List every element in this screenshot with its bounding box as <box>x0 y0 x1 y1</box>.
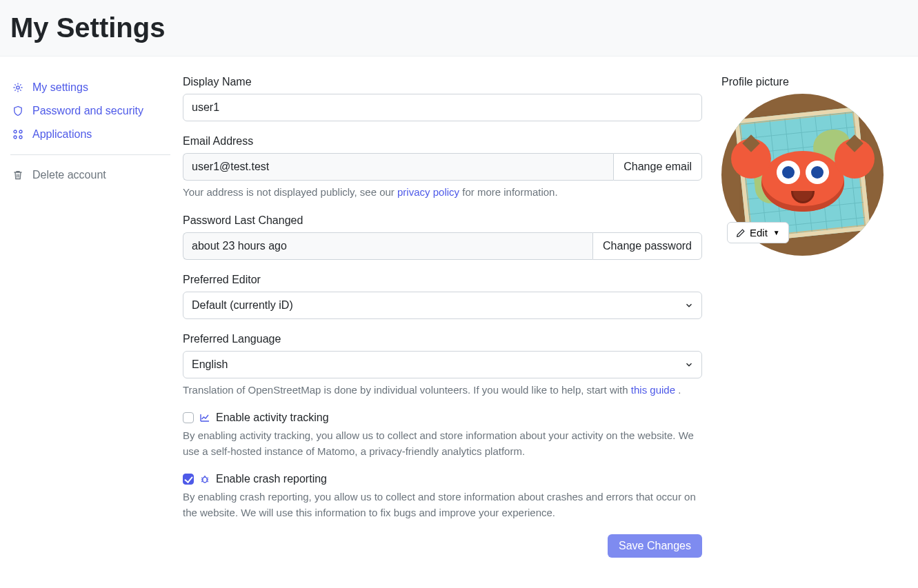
email-input <box>183 153 613 181</box>
caret-down-icon: ▼ <box>773 229 780 236</box>
svg-point-3 <box>14 136 17 139</box>
activity-tracking-checkbox[interactable] <box>183 412 194 423</box>
svg-point-2 <box>19 130 22 133</box>
change-password-button[interactable]: Change password <box>592 232 702 260</box>
preferred-language-label: Preferred Language <box>183 333 702 345</box>
sidebar-item-my-settings[interactable]: My settings <box>10 76 170 99</box>
edit-avatar-button[interactable]: Edit ▼ <box>727 222 789 243</box>
preferred-editor-select[interactable]: Default (currently iD) <box>183 292 702 319</box>
svg-point-4 <box>19 136 22 139</box>
email-hint: Your address is not displayed publicly, … <box>183 185 702 201</box>
sidebar-item-applications[interactable]: Applications <box>10 123 170 146</box>
sidebar-item-label: Delete account <box>32 169 106 181</box>
crash-reporting-checkbox[interactable] <box>183 474 194 485</box>
settings-form: Display Name Email Address Change email … <box>183 76 709 558</box>
password-changed-value <box>183 232 592 260</box>
pencil-icon <box>736 228 746 238</box>
svg-point-5 <box>203 477 207 483</box>
svg-point-0 <box>17 86 19 89</box>
page-header: My Settings <box>0 0 918 57</box>
display-name-label: Display Name <box>183 76 702 88</box>
display-name-input[interactable] <box>183 94 702 121</box>
sidebar-divider <box>10 154 170 155</box>
language-hint: Translation of OpenStreetMap is done by … <box>183 383 702 398</box>
gear-icon <box>12 81 24 94</box>
profile-picture-label: Profile picture <box>721 76 908 88</box>
sidebar-item-security[interactable]: Password and security <box>10 99 170 123</box>
settings-sidebar: My settings Password and security Applic… <box>10 76 170 187</box>
activity-tracking-label[interactable]: Enable activity tracking <box>216 412 329 424</box>
profile-picture-section: Profile picture Edit <box>721 76 908 256</box>
save-changes-button[interactable]: Save Changes <box>608 534 702 558</box>
sidebar-item-label: Password and security <box>32 105 143 117</box>
translation-guide-link[interactable]: this guide <box>631 384 675 396</box>
activity-tracking-hint: By enabling activity tracking, you allow… <box>183 428 702 459</box>
privacy-policy-link[interactable]: privacy policy <box>397 186 459 198</box>
shield-icon <box>12 105 24 117</box>
sidebar-item-label: Applications <box>32 128 92 141</box>
apps-icon <box>12 128 24 141</box>
svg-point-1 <box>14 130 17 133</box>
email-label: Email Address <box>183 135 702 148</box>
sidebar-item-delete-account[interactable]: Delete account <box>10 163 170 187</box>
chart-line-icon <box>199 412 210 423</box>
preferred-editor-label: Preferred Editor <box>183 274 702 286</box>
password-changed-label: Password Last Changed <box>183 214 702 227</box>
page-title: My Settings <box>10 12 908 43</box>
bug-icon <box>199 474 210 485</box>
crash-reporting-hint: By enabling crash reporting, you allow u… <box>183 489 702 520</box>
trash-icon <box>12 169 24 181</box>
sidebar-item-label: My settings <box>32 81 88 94</box>
crash-reporting-label[interactable]: Enable crash reporting <box>216 473 327 485</box>
change-email-button[interactable]: Change email <box>613 153 702 181</box>
preferred-language-select[interactable]: English <box>183 351 702 378</box>
